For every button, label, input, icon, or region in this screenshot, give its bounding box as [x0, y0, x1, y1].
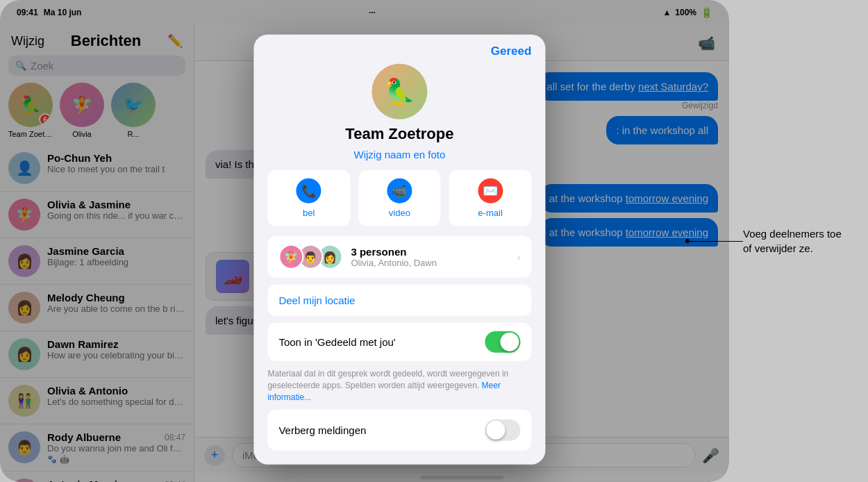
- call-icon: 📞: [297, 178, 322, 203]
- shared-with-you-row: Toon in 'Gedeeld met jou': [267, 323, 531, 361]
- modal-group-avatar: 🦜: [372, 64, 427, 119]
- members-count: 3 personen: [351, 246, 508, 258]
- call-label: bel: [303, 208, 315, 218]
- ipad-frame: 09:41 Ma 10 jun ··· ▲ 100% 🔋 Wijzig Beri…: [0, 0, 729, 482]
- modal-actions-row: 📞 bel 📹 video ✉️ e-mail: [267, 170, 531, 226]
- email-action-button[interactable]: ✉️ e-mail: [449, 170, 532, 226]
- toggle-thumb-off: [486, 421, 505, 440]
- annotation-line: [687, 241, 743, 242]
- hide-notifications-section: Verberg meldingen: [267, 410, 531, 451]
- modal-description-text: Materiaal dat in dit gesprek wordt gedee…: [267, 368, 531, 403]
- location-section: Deel mijn locatie: [267, 285, 531, 316]
- modal-group-name: Team Zoetrope: [345, 125, 453, 143]
- modal-done-button[interactable]: Gereed: [491, 44, 532, 58]
- hide-notifications-label: Verberg meldingen: [278, 424, 366, 436]
- members-chevron-icon: ›: [517, 251, 521, 263]
- member-avatar-olivia: 🧚: [278, 244, 303, 269]
- hide-notifications-row: Verberg meldingen: [267, 410, 531, 451]
- group-info-modal: Gereed 🦜 Team Zoetrope Wijzig naam en fo…: [253, 35, 545, 465]
- video-icon: 📹: [387, 178, 412, 203]
- shared-with-you-toggle[interactable]: [485, 331, 520, 353]
- shared-with-you-label: Toon in 'Gedeeld met jou': [278, 336, 395, 348]
- members-row[interactable]: 🧚 👨 👩 3 personen Olivia, Antonio, Dawn ›: [267, 236, 531, 278]
- toggle-thumb-on: [500, 333, 519, 351]
- annotation-container: Voeg deelnemers toe of verwijder ze.: [687, 226, 847, 256]
- location-row[interactable]: Deel mijn locatie: [267, 285, 531, 316]
- modal-avatar-section: 🦜 Team Zoetrope Wijzig naam en foto: [253, 58, 545, 170]
- members-section: 🧚 👨 👩 3 personen Olivia, Antonio, Dawn ›: [267, 236, 531, 278]
- video-label: video: [389, 208, 410, 218]
- members-avatars: 🧚 👨 👩: [278, 244, 342, 269]
- annotation-text: Voeg deelnemers toe of verwijder ze.: [743, 226, 847, 256]
- annotation-dot: [685, 239, 690, 243]
- video-action-button[interactable]: 📹 video: [358, 170, 441, 226]
- email-label: e-mail: [478, 208, 502, 218]
- call-action-button[interactable]: 📞 bel: [267, 170, 350, 226]
- shared-with-you-section: Toon in 'Gedeeld met jou': [267, 323, 531, 361]
- members-names: Olivia, Antonio, Dawn: [351, 258, 508, 268]
- change-name-photo-link[interactable]: Wijzig naam en foto: [354, 149, 446, 160]
- hide-notifications-toggle[interactable]: [485, 419, 520, 441]
- email-icon: ✉️: [478, 178, 503, 203]
